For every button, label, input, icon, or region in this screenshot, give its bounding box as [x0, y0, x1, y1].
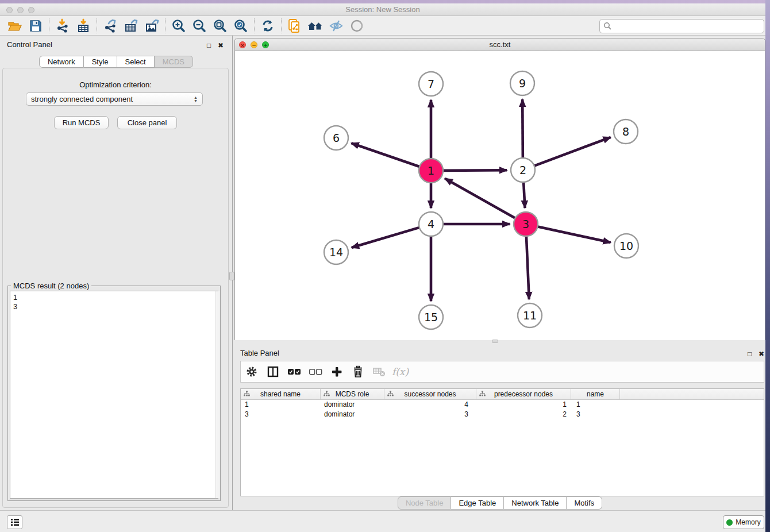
- export-table-button[interactable]: [121, 17, 141, 34]
- function-builder-button[interactable]: f(x): [390, 363, 411, 381]
- show-panel-button[interactable]: [346, 17, 367, 34]
- eye-icon: [350, 19, 364, 33]
- status-bar: Memory: [0, 510, 765, 532]
- network-canvas[interactable]: 1234678910111415: [235, 51, 765, 340]
- zoom-fit-button[interactable]: [210, 17, 230, 34]
- import-table-button[interactable]: [73, 17, 94, 34]
- graph-edge-2-3[interactable]: [523, 181, 525, 208]
- select-all-button[interactable]: [283, 363, 305, 381]
- table-toolbar: f(x): [240, 361, 764, 383]
- table-cell-mcds_role[interactable]: dominator: [321, 400, 384, 410]
- delete-column-button[interactable]: [347, 363, 368, 381]
- column-header-successor-nodes[interactable]: successor nodes: [384, 389, 476, 399]
- table-cell-shared_name[interactable]: 1: [241, 400, 321, 410]
- delete-table-button[interactable]: [368, 363, 390, 381]
- zoom-selected-button[interactable]: [230, 17, 251, 34]
- graph-edge-2-8[interactable]: [533, 137, 611, 167]
- graph-node-8[interactable]: 8: [614, 119, 638, 144]
- graph-node-4[interactable]: 4: [419, 212, 443, 236]
- graph-node-7[interactable]: 7: [419, 72, 443, 96]
- toolbar-separator: [254, 18, 255, 33]
- neighbors-button[interactable]: [305, 17, 326, 34]
- column-header-mcds-role[interactable]: MCDS role: [321, 389, 384, 399]
- export-image-button[interactable]: [141, 17, 162, 34]
- hide-panel-button[interactable]: [326, 17, 346, 34]
- vertical-splitter-handle[interactable]: [229, 272, 234, 280]
- graph-node-15[interactable]: 15: [419, 305, 443, 329]
- run-mcds-button[interactable]: Run MCDS: [54, 116, 109, 129]
- table-panel-close-icon[interactable]: ✖: [759, 350, 764, 358]
- table-cell-predecessor_nodes[interactable]: 2: [476, 410, 571, 419]
- tab-style[interactable]: Style: [84, 56, 117, 68]
- main-titlebar: Session: New Session: [0, 3, 765, 16]
- tab-mcds[interactable]: MCDS: [155, 56, 193, 68]
- graph-edge-1-2[interactable]: [442, 170, 507, 171]
- graph-edge-2-9[interactable]: [522, 99, 523, 159]
- mcds-result-title: MCDS result (2 nodes): [11, 282, 91, 290]
- control-panel-float-icon[interactable]: □: [207, 41, 211, 49]
- graph-edge-4-14[interactable]: [352, 227, 421, 248]
- graph-node-label: 11: [523, 309, 537, 322]
- import-network-button[interactable]: [52, 17, 73, 34]
- mcds-result-scrollbar[interactable]: [215, 291, 220, 498]
- column-header-name[interactable]: name: [571, 389, 620, 399]
- task-history-button[interactable]: [7, 515, 22, 529]
- close-panel-button[interactable]: Close panel: [117, 116, 177, 129]
- table-cell-mcds_role[interactable]: dominator: [321, 410, 384, 419]
- zoom-out-button[interactable]: [189, 17, 210, 34]
- table-cell-predecessor_nodes[interactable]: 1: [476, 400, 571, 410]
- eye-slash-icon: [328, 19, 344, 33]
- table-settings-button[interactable]: [241, 363, 262, 381]
- tab-node-table[interactable]: Node Table: [398, 496, 452, 510]
- open-session-button[interactable]: [5, 17, 25, 34]
- refresh-button[interactable]: [257, 17, 278, 34]
- gear-icon: [245, 365, 258, 378]
- tab-select[interactable]: Select: [117, 56, 155, 68]
- graph-node-1[interactable]: 1: [419, 159, 443, 183]
- graph-edge-1-6[interactable]: [351, 143, 421, 167]
- deselect-all-button[interactable]: [305, 363, 326, 381]
- column-header-shared-name[interactable]: shared name: [241, 389, 321, 399]
- control-panel-close-icon[interactable]: ✖: [218, 41, 224, 49]
- add-column-button[interactable]: [326, 363, 347, 381]
- table-panel-tabs: Node Table Edge Table Network Table Moti…: [234, 496, 765, 510]
- graph-node-6[interactable]: 6: [324, 126, 348, 150]
- graph-edge-3-11[interactable]: [526, 235, 529, 299]
- tab-motifs[interactable]: Motifs: [567, 496, 602, 510]
- mcds-result-text[interactable]: 1 3: [10, 291, 218, 499]
- graph-edge-3-1[interactable]: [445, 179, 516, 219]
- tab-network[interactable]: Network: [39, 56, 84, 68]
- table-row[interactable]: 3dominator323: [241, 410, 764, 419]
- table-panel-float-icon[interactable]: □: [748, 350, 752, 358]
- graph-node-3[interactable]: 3: [514, 212, 538, 236]
- memory-button[interactable]: Memory: [723, 515, 764, 529]
- table-cell-name[interactable]: 3: [571, 410, 620, 419]
- save-session-button[interactable]: [25, 17, 46, 34]
- tab-edge-table[interactable]: Edge Table: [451, 496, 504, 510]
- network-file-button[interactable]: [284, 17, 305, 34]
- zoom-out-icon: [192, 18, 207, 33]
- search-input[interactable]: [612, 22, 764, 31]
- table-cell-name[interactable]: 1: [571, 400, 620, 410]
- criterion-select[interactable]: strongly connected component ▲▼: [26, 92, 203, 106]
- export-network-button[interactable]: [100, 17, 121, 34]
- column-layout-button[interactable]: [262, 363, 283, 381]
- table-row[interactable]: 1dominator411: [241, 400, 764, 410]
- column-header-predecessor-nodes[interactable]: predecessor nodes: [476, 389, 571, 399]
- table-cell-successor_nodes[interactable]: 3: [384, 410, 476, 419]
- graph-node-9[interactable]: 9: [510, 71, 534, 95]
- graph-node-14[interactable]: 14: [324, 240, 348, 264]
- tab-network-table[interactable]: Network Table: [504, 496, 567, 510]
- control-panel-title: Control Panel: [7, 40, 52, 49]
- graph-edge-3-10[interactable]: [537, 226, 611, 242]
- node-table-header: shared name MCDS role successor nodes pr…: [241, 389, 764, 400]
- hierarchy-icon: [479, 391, 486, 397]
- table-cell-successor_nodes[interactable]: 4: [384, 400, 476, 410]
- graph-node-10[interactable]: 10: [614, 234, 638, 258]
- graph-node-11[interactable]: 11: [518, 303, 542, 327]
- zoom-fit-icon: [213, 18, 228, 33]
- table-cell-shared_name[interactable]: 3: [241, 410, 321, 419]
- graph-node-2[interactable]: 2: [511, 158, 535, 182]
- zoom-in-button[interactable]: [168, 17, 189, 34]
- horizontal-splitter-handle[interactable]: [492, 340, 498, 343]
